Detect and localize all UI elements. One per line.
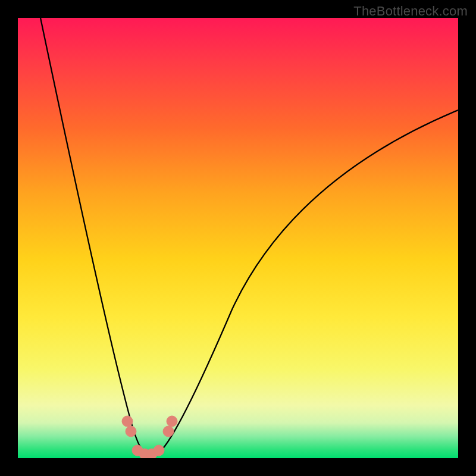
chart-frame: TheBottleneck.com (0, 0, 476, 476)
highlighted-points (122, 416, 177, 458)
svg-point-1 (126, 426, 136, 437)
bottleneck-curve-svg (18, 18, 458, 458)
svg-point-5 (154, 445, 164, 456)
svg-point-0 (122, 416, 133, 427)
bottleneck-curve (40, 18, 458, 455)
plot-area (18, 18, 458, 458)
svg-point-7 (167, 416, 177, 427)
watermark-text: TheBottleneck.com (353, 4, 468, 19)
svg-point-6 (163, 426, 174, 437)
